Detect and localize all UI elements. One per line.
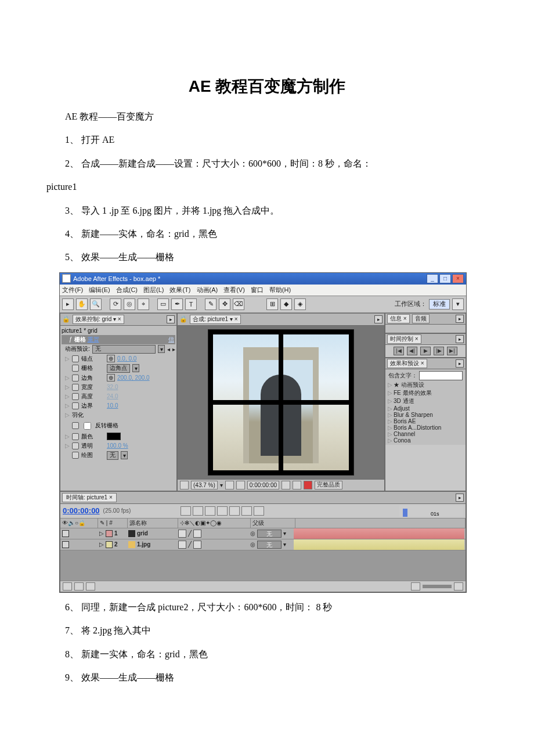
effects-presets-tab[interactable]: 效果和预设 ×	[387, 359, 427, 368]
preset-item[interactable]: ▷Boris A...Distortion	[387, 424, 464, 431]
twirl-icon[interactable]: ▷	[388, 437, 392, 444]
tool-text[interactable]: T	[185, 298, 197, 310]
menu-effect[interactable]: 效果(T)	[169, 286, 190, 294]
col-parent[interactable]: 父级	[251, 519, 295, 528]
menu-comp[interactable]: 合成(C)	[116, 286, 138, 294]
camera-icon[interactable]	[282, 481, 290, 489]
tl-foot-icon[interactable]	[74, 582, 84, 591]
mask-toggle-icon[interactable]	[236, 481, 245, 489]
tc-play[interactable]: ▶	[420, 347, 431, 355]
stopwatch-icon[interactable]	[72, 422, 79, 429]
dropdown-icon[interactable]: ▾	[283, 541, 286, 548]
tool-axis-world[interactable]: ◆	[280, 298, 292, 310]
twirl-icon[interactable]: ▷	[388, 390, 392, 396]
label-color[interactable]	[106, 530, 113, 537]
tl-zoom-out-icon[interactable]	[411, 582, 420, 591]
presets-search-input[interactable]	[419, 371, 463, 380]
zoom-level[interactable]: (43.7 %)	[191, 481, 218, 489]
ec-param-value[interactable]: 24.0	[107, 393, 118, 399]
tool-pen[interactable]: ✒	[171, 298, 183, 310]
audio-tab[interactable]: 音频	[412, 314, 430, 323]
stopwatch-icon[interactable]	[72, 384, 79, 391]
ec-param-value[interactable]: 100.0 %	[107, 442, 128, 449]
stopwatch-icon[interactable]	[72, 402, 79, 409]
layer-bar[interactable]	[294, 528, 464, 539]
menu-anim[interactable]: 动画(A)	[197, 286, 218, 294]
dropdown-icon[interactable]: ▾	[283, 530, 286, 537]
nav-next-icon[interactable]: ▸	[172, 346, 175, 352]
ec-effect-header[interactable]: ▽ ƒ 栅格 重置 信	[62, 335, 175, 344]
tl-icon[interactable]	[254, 506, 264, 516]
menu-view[interactable]: 查看(V)	[223, 286, 245, 294]
region-icon[interactable]	[293, 481, 301, 489]
twirl-icon[interactable]: ▷	[65, 402, 70, 409]
eye-icon[interactable]	[62, 541, 69, 548]
tl-foot-icon[interactable]	[63, 582, 72, 591]
twirl-icon[interactable]: ▷	[99, 541, 104, 548]
timeline-layer-row[interactable]: ▷21.jpg╱◎无▾	[60, 539, 466, 550]
time-ruler[interactable]: 01s	[399, 505, 463, 517]
preset-item[interactable]: ▷★ 动画预设	[387, 381, 464, 389]
panel-menu-button[interactable]: ▸	[456, 315, 464, 323]
twirl-icon[interactable]: ▷	[388, 412, 392, 418]
twirl-icon[interactable]: ▷	[65, 375, 70, 381]
stopwatch-icon[interactable]	[72, 365, 79, 372]
stopwatch-icon[interactable]	[72, 452, 79, 459]
effect-enable-icon[interactable]: ƒ	[69, 336, 73, 343]
pickwhip-icon[interactable]: ◎	[250, 541, 255, 548]
workspace-menu-button[interactable]: ▾	[452, 298, 464, 310]
ec-param-value[interactable]: 32.0	[107, 384, 118, 390]
ec-param-value[interactable]: 0.0, 0.0	[117, 355, 136, 362]
timeline-layer-row[interactable]: ▷1grid╱◎无▾	[60, 528, 466, 539]
mode-icon[interactable]	[178, 541, 186, 549]
layer-bar[interactable]	[294, 539, 464, 550]
panel-menu-button[interactable]: ▸	[374, 315, 383, 323]
tc-prev-frame[interactable]: ◀|	[407, 347, 417, 355]
twirl-icon[interactable]: ▷	[388, 424, 392, 431]
tool-hand[interactable]: ✋	[76, 298, 88, 310]
twirl-icon[interactable]: ▷	[388, 431, 392, 437]
tool-rect[interactable]: ▭	[157, 298, 169, 310]
pickwhip-icon[interactable]: ◎	[250, 530, 255, 537]
mag-icon[interactable]	[180, 481, 189, 489]
twirl-icon[interactable]: ▷	[65, 355, 70, 362]
lock-icon[interactable]: 🔒	[179, 315, 187, 323]
menu-edit[interactable]: 编辑(E)	[89, 286, 110, 294]
stopwatch-icon[interactable]	[72, 375, 79, 381]
ec-checkbox[interactable]	[84, 422, 91, 430]
stopwatch-icon[interactable]	[72, 355, 79, 362]
menu-help[interactable]: 帮助(H)	[269, 286, 291, 294]
timeline-empty-area[interactable]	[60, 550, 466, 581]
preset-item[interactable]: ▷Adjust	[387, 405, 464, 412]
mode-icon[interactable]	[193, 541, 201, 549]
comp-viewer-body[interactable]	[178, 326, 384, 479]
tool-axis-view[interactable]: ◈	[294, 298, 306, 310]
effect-about-link[interactable]: 信	[168, 336, 174, 344]
preset-item[interactable]: ▷Channel	[387, 431, 464, 437]
tl-icon[interactable]	[217, 506, 228, 516]
twirl-icon[interactable]: ▷	[65, 384, 70, 390]
twirl-icon[interactable]: ▷	[388, 398, 392, 404]
tl-icon[interactable]	[205, 506, 215, 516]
workspace-select[interactable]: 标准	[429, 299, 450, 309]
ec-color-swatch[interactable]	[107, 433, 121, 440]
cti-indicator[interactable]	[403, 509, 407, 517]
comp-viewer-tab[interactable]: 合成: picture1 ▾ ×	[190, 315, 241, 324]
mode-icon[interactable]	[193, 530, 201, 538]
maximize-button[interactable]: □	[439, 274, 451, 283]
tool-camera[interactable]: ◎	[124, 298, 135, 310]
color-indicator[interactable]	[304, 481, 312, 489]
tool-brush[interactable]: ✎	[205, 298, 217, 310]
timeline-tab[interactable]: 时间轴: picture1 ×	[62, 493, 117, 502]
twirl-icon[interactable]: ▷	[65, 442, 70, 449]
ec-param-select[interactable]: 无	[107, 451, 118, 460]
ec-preset-select[interactable]: 无	[92, 345, 156, 354]
tl-icon[interactable]	[229, 506, 240, 516]
twirl-icon[interactable]: ▷	[65, 433, 70, 440]
quality-select[interactable]: 完整品质	[315, 481, 342, 489]
tc-first-frame[interactable]: |◀	[394, 347, 404, 355]
ec-param-value[interactable]: 10.0	[107, 402, 118, 409]
tc-next-frame[interactable]: |▶	[434, 347, 444, 355]
close-button[interactable]: ×	[452, 274, 464, 283]
stopwatch-icon[interactable]	[72, 433, 79, 440]
